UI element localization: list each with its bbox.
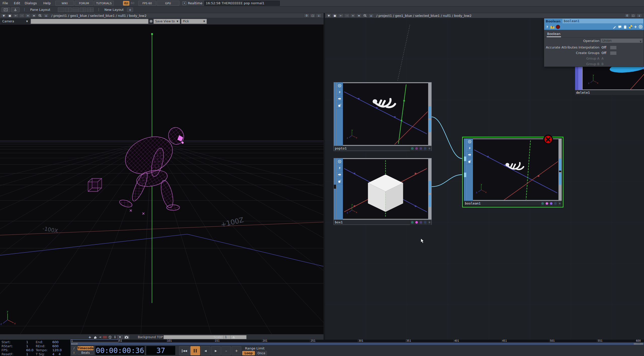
range-end-grip[interactable]: •••: [634, 343, 643, 345]
color-dot[interactable]: [419, 220, 423, 225]
split-pane-icon[interactable]: ↓: [316, 14, 321, 18]
node-input-strip[interactable]: [575, 66, 578, 90]
wire-box1-to-boolean1[interactable]: [431, 175, 462, 187]
output-connector[interactable]: [559, 173, 561, 185]
menu-dialogs[interactable]: Dialogs: [25, 1, 37, 5]
node-viewer[interactable]: y x z: [343, 159, 428, 219]
back-arrow-icon[interactable]: ←: [338, 14, 344, 18]
input-connector-2[interactable]: [464, 173, 466, 177]
parameter-panel-titlebar[interactable]: Boolean boolean1: [544, 18, 644, 24]
bookmark-star-icon[interactable]: ★: [356, 14, 362, 18]
copy-parameters-icon[interactable]: [623, 25, 627, 29]
pane-counter[interactable]: 0: [624, 14, 630, 18]
wire-view-icon[interactable]: <: [98, 335, 103, 339]
output-connector[interactable]: [429, 195, 431, 207]
display-flag-icon[interactable]: [336, 82, 343, 89]
gpu-button[interactable]: GPU: [157, 1, 179, 6]
stop-icon[interactable]: ■: [332, 14, 338, 18]
color-dot[interactable]: [414, 220, 419, 225]
once-button[interactable]: Once: [256, 351, 267, 355]
node-name-bar[interactable]: delete1: [575, 90, 644, 95]
search-icon[interactable]: [362, 14, 368, 18]
node-name-label[interactable]: boolean1: [464, 201, 540, 205]
resetf-value[interactable]: 1: [26, 352, 28, 356]
help-icon[interactable]: ?: [545, 25, 549, 29]
output-connector[interactable]: [429, 181, 431, 193]
window-icon[interactable]: [2, 7, 10, 12]
maximize-pane-icon[interactable]: □: [630, 14, 636, 18]
add-icon[interactable]: +: [350, 14, 356, 18]
wiki-button[interactable]: WIKI: [55, 1, 74, 6]
tsig-value[interactable]: 4 4: [52, 352, 61, 356]
range-start-grip[interactable]: •••: [71, 343, 78, 345]
breadcrumb-path[interactable]: / project1 / geo1_blue / selected_blue1 …: [376, 14, 471, 18]
start-value[interactable]: 1: [26, 340, 28, 344]
loop-button[interactable]: Loop: [242, 351, 255, 355]
node-output-strip[interactable]: [428, 82, 431, 146]
color-dot[interactable]: [545, 201, 549, 206]
node-name-bar[interactable]: popto1 +: [334, 146, 431, 151]
pane-counter[interactable]: 0: [304, 14, 309, 18]
split-pane-icon[interactable]: ↓: [636, 14, 642, 18]
add-view-icon[interactable]: +: [88, 335, 92, 339]
lock-flag-icon[interactable]: [466, 158, 473, 165]
back-arrow-icon[interactable]: ←: [13, 14, 19, 18]
forum-button[interactable]: FORUM: [75, 1, 93, 6]
camera-path-field[interactable]: [31, 19, 148, 24]
layout-preset-left-split[interactable]: [80, 8, 86, 12]
3d-viewport[interactable]: +100Z -100X y x z: [0, 25, 324, 334]
scale-stepper[interactable]: ▲: [231, 335, 236, 339]
node-viewer[interactable]: y x z: [343, 83, 428, 145]
menu-file[interactable]: File: [3, 1, 8, 5]
node-name-label[interactable]: delete1: [575, 91, 644, 94]
node-input-strip[interactable]: [464, 138, 466, 201]
node-name-label[interactable]: box1: [334, 220, 410, 224]
output-connector[interactable]: [559, 159, 561, 171]
keyboard-icon[interactable]: [103, 335, 107, 339]
current-frame-display[interactable]: 37: [146, 346, 176, 355]
output-connector[interactable]: [429, 120, 431, 132]
pick-dropdown[interactable]: Pick▼: [181, 19, 207, 24]
node-box1[interactable]: y x z box1 +: [334, 158, 432, 225]
breadcrumb-path[interactable]: / project1 / geo1_blue / selected_blue1 …: [51, 14, 146, 18]
node-help-icon[interactable]: ?: [550, 25, 555, 29]
layout-preset-single[interactable]: [58, 8, 64, 12]
forward-arrow-icon[interactable]: →: [19, 14, 25, 18]
maximize-pane-icon[interactable]: □: [310, 14, 315, 18]
add-color-icon[interactable]: +: [557, 201, 562, 206]
rend-value[interactable]: 600: [52, 344, 59, 348]
node-name-label[interactable]: popto1: [334, 146, 410, 150]
bypass-flag-icon[interactable]: [336, 165, 343, 171]
home-icon[interactable]: ⌂: [368, 14, 374, 18]
edit-pencil-icon[interactable]: [613, 25, 617, 29]
input-connector-1[interactable]: [464, 157, 466, 161]
layout-preset-two-columns[interactable]: [65, 8, 72, 12]
render-flag-icon[interactable]: [336, 171, 343, 178]
color-dot[interactable]: [553, 201, 557, 206]
snapshot-camera-button[interactable]: [124, 335, 129, 339]
add-parameter-icon[interactable]: +: [634, 25, 637, 29]
end-value[interactable]: 600: [52, 340, 59, 344]
decrement-button[interactable]: –: [221, 346, 231, 355]
target-mode-icon[interactable]: [638, 25, 643, 29]
scale-field[interactable]: 1: [224, 335, 231, 339]
add-color-icon[interactable]: +: [427, 220, 431, 225]
rstart-value[interactable]: 1: [26, 344, 28, 348]
timecode-display[interactable]: 00:00:00:36: [95, 346, 145, 355]
layout-preset-quad[interactable]: [87, 8, 94, 12]
wire-popto1-to-boolean1[interactable]: [431, 117, 462, 159]
geometry-icon[interactable]: [108, 335, 112, 339]
increment-button[interactable]: +: [232, 346, 241, 355]
info-icon[interactable]: i: [113, 335, 117, 339]
node-output-strip[interactable]: [428, 158, 431, 220]
comment-icon[interactable]: [618, 25, 622, 29]
node-output-strip[interactable]: [558, 138, 562, 201]
input-connector[interactable]: [334, 185, 336, 189]
lock-flag-icon[interactable]: [336, 178, 343, 184]
display-flag-icon[interactable]: [466, 138, 473, 145]
error-info-icon[interactable]: [556, 25, 560, 29]
menu-help[interactable]: Help: [43, 1, 51, 5]
accurate-attrs-toggle[interactable]: [610, 46, 617, 49]
fps-value[interactable]: 60.0: [26, 348, 33, 352]
color-dot[interactable]: [414, 146, 419, 151]
